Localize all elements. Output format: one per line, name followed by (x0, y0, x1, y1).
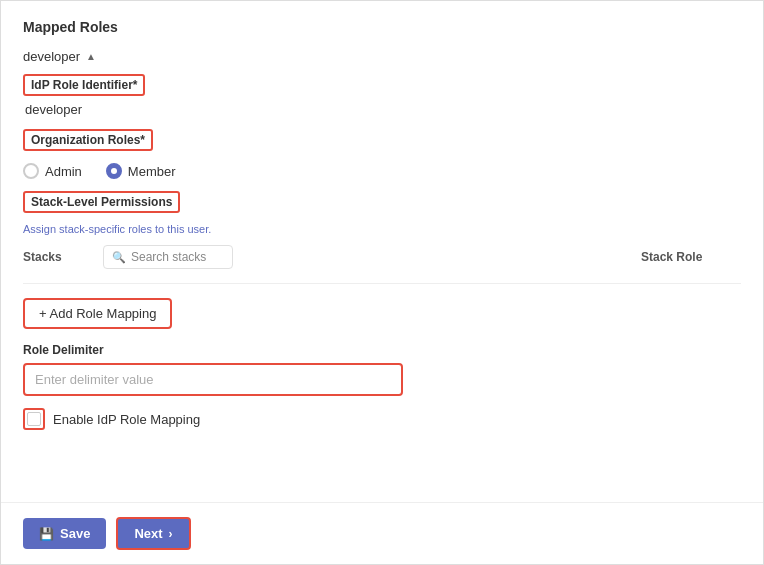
divider (23, 283, 741, 284)
next-label: Next (134, 526, 162, 541)
stack-role-column-header: Stack Role (641, 250, 741, 264)
stack-permissions-section: Stack-Level Permissions Assign stack-spe… (23, 191, 741, 269)
main-content: Mapped Roles developer ▲ IdP Role Identi… (1, 1, 763, 502)
radio-member-btn[interactable] (106, 163, 122, 179)
radio-admin[interactable]: Admin (23, 163, 82, 179)
save-label: Save (60, 526, 90, 541)
next-button[interactable]: Next › (116, 517, 190, 550)
delimiter-input[interactable] (23, 363, 403, 396)
stacks-column-header: Stacks (23, 250, 103, 264)
idp-role-value: developer (23, 102, 741, 117)
idp-role-section: IdP Role Identifier* developer (23, 74, 741, 117)
enable-idp-checkbox-wrapper[interactable] (23, 408, 45, 430)
radio-group: Admin Member (23, 163, 741, 179)
developer-label: developer (23, 49, 80, 64)
stacks-row: Stacks 🔍 Search stacks Stack Role (23, 245, 741, 269)
search-stacks-placeholder: Search stacks (131, 250, 206, 264)
idp-role-label: IdP Role Identifier* (23, 74, 145, 96)
developer-section-header[interactable]: developer ▲ (23, 49, 741, 64)
page-container: Mapped Roles developer ▲ IdP Role Identi… (0, 0, 764, 565)
enable-idp-label: Enable IdP Role Mapping (53, 412, 200, 427)
stack-permissions-label: Stack-Level Permissions (23, 191, 180, 213)
radio-admin-btn[interactable] (23, 163, 39, 179)
stack-permissions-subtitle: Assign stack-specific roles to this user… (23, 223, 741, 235)
radio-admin-label: Admin (45, 164, 82, 179)
role-delimiter-section: Role Delimiter (23, 343, 741, 396)
role-delimiter-label: Role Delimiter (23, 343, 741, 357)
radio-member[interactable]: Member (106, 163, 176, 179)
next-icon: › (169, 527, 173, 541)
stacks-col-label: Stacks (23, 250, 62, 264)
org-roles-section: Organization Roles* Admin Member (23, 129, 741, 179)
save-icon: 💾 (39, 527, 54, 541)
page-title: Mapped Roles (23, 19, 741, 35)
search-stacks-input[interactable]: 🔍 Search stacks (103, 245, 233, 269)
org-roles-label: Organization Roles* (23, 129, 153, 151)
save-button[interactable]: 💾 Save (23, 518, 106, 549)
radio-member-label: Member (128, 164, 176, 179)
enable-idp-section: Enable IdP Role Mapping (23, 408, 741, 430)
add-role-mapping-button[interactable]: + Add Role Mapping (23, 298, 172, 329)
enable-idp-checkbox[interactable] (27, 412, 41, 426)
search-icon: 🔍 (112, 251, 126, 264)
footer-buttons: 💾 Save Next › (1, 502, 763, 564)
chevron-up-icon: ▲ (86, 51, 96, 62)
